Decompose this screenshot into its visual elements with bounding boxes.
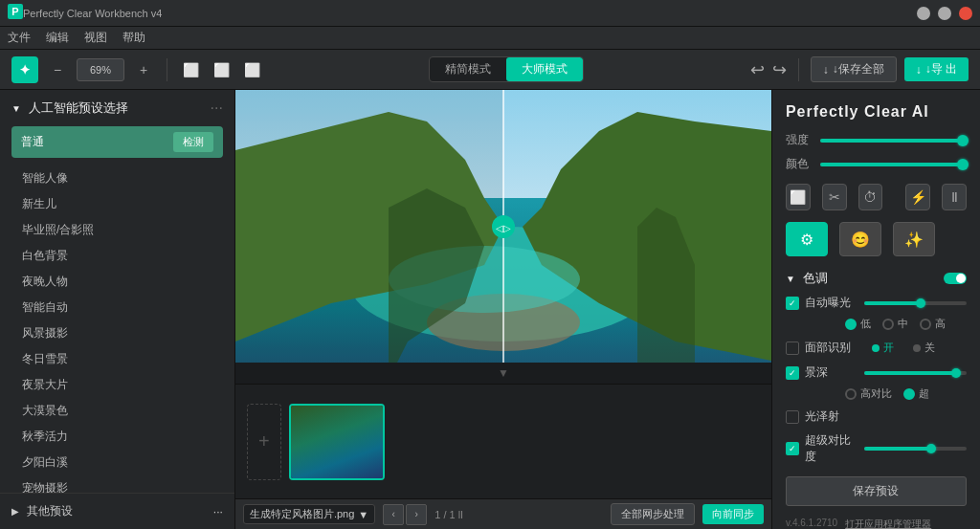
scene-checkbox[interactable]: ✓ — [786, 366, 799, 380]
face-detect-checkbox[interactable] — [786, 342, 799, 355]
radio-high-contrast[interactable]: 高对比 — [845, 386, 892, 401]
face-icon[interactable]: 😊 — [839, 222, 881, 256]
undo-button[interactable]: ↩ — [750, 59, 765, 80]
other-presets-chevron-icon: ▶ — [11, 506, 19, 517]
filmstrip-add-button[interactable]: + — [247, 404, 281, 480]
presets-more-icon[interactable]: ··· — [211, 99, 223, 117]
scene-label: 景深 — [805, 364, 858, 381]
page-current: 1 — [434, 509, 440, 520]
compare-button[interactable]: ⬜ — [210, 58, 233, 81]
contrast-thumb[interactable] — [926, 444, 936, 453]
contrast-checkbox[interactable]: ✓ — [786, 442, 799, 455]
simple-mode-button[interactable]: 精简模式 — [430, 57, 506, 81]
preset-item-11[interactable]: 夕阳白溪 — [0, 450, 234, 475]
separator-1 — [167, 58, 167, 81]
page-info: 1 / 1 ll — [434, 509, 462, 520]
maximize-button[interactable]: □ — [938, 7, 951, 20]
auto-exposure-checkbox[interactable]: ✓ — [786, 297, 799, 310]
filmstrip-thumb-0[interactable] — [289, 404, 385, 480]
batch-process-button[interactable]: 全部网步处理 — [611, 503, 695, 525]
color-thumb[interactable] — [957, 159, 969, 170]
filename-display: 生成特定风格图片.png ▼ — [243, 504, 375, 524]
strength-slider[interactable] — [820, 139, 967, 143]
light-ray-checkbox[interactable] — [786, 410, 799, 424]
preset-item-9[interactable]: 大漠景色 — [0, 398, 234, 424]
redo-button[interactable]: ↪ — [772, 59, 787, 80]
radio-super[interactable]: 超 — [903, 386, 929, 401]
radio-low-dot — [845, 319, 857, 330]
plus-icon: + — [258, 430, 270, 452]
detect-button[interactable]: 检测 — [173, 132, 213, 152]
file-type-chevron-icon[interactable]: ▼ — [358, 509, 368, 520]
other-presets-label: 其他预设 — [27, 503, 73, 519]
auto-exposure-slider[interactable] — [864, 301, 967, 305]
master-mode-button[interactable]: 大师模式 — [506, 57, 583, 81]
other-presets-more-icon[interactable]: ··· — [213, 505, 223, 518]
next-file-button[interactable]: › — [406, 504, 427, 525]
tool-icon-3[interactable]: ⏱ — [858, 184, 883, 210]
app-manager-link[interactable]: 打开应用程序管理器 — [845, 518, 931, 529]
page-separator: / — [443, 509, 446, 520]
menu-edit[interactable]: 编辑 — [46, 30, 69, 46]
auto-exposure-thumb[interactable] — [916, 298, 925, 308]
face-detect-row: 面部识别 开 关 — [772, 335, 980, 361]
left-sidebar: ▼ 人工智能预设选择 ··· 普通 检测 智能人像 新生儿 毕业照/合影照 白色… — [0, 90, 235, 529]
panel-title: Perfectly Clear AI — [772, 90, 980, 128]
close-button[interactable]: ✕ — [959, 7, 972, 20]
preset-item-7[interactable]: 冬日雪景 — [0, 346, 234, 372]
minimize-button[interactable]: ─ — [917, 7, 930, 20]
version-info: v.4.6.1.2710 打开应用程序管理器 — [772, 514, 980, 529]
preset-item-8[interactable]: 夜景大片 — [0, 372, 234, 398]
strength-thumb[interactable] — [957, 135, 969, 146]
zoom-in-button[interactable]: + — [132, 58, 155, 81]
tool-icon-4[interactable]: ⚡ — [905, 184, 930, 210]
menu-help[interactable]: 帮助 — [122, 30, 145, 46]
exposure-radio-row: 低 中 高 — [772, 315, 980, 335]
radio-mid[interactable]: 中 — [882, 317, 908, 331]
preset-item-2[interactable]: 毕业照/合影照 — [0, 217, 234, 243]
navigation-buttons: ‹ › — [383, 504, 427, 525]
adjustments-icon[interactable]: ⚙ — [786, 222, 828, 256]
tool-icon-5[interactable]: Ⅱ — [942, 184, 967, 210]
menu-file[interactable]: 文件 — [8, 30, 31, 46]
face-off-label: 关 — [924, 341, 935, 355]
preset-item-10[interactable]: 秋季活力 — [0, 424, 234, 450]
titlebar: P Perfectly Clear Workbench v4 ─ □ ✕ — [0, 0, 980, 27]
color-slider[interactable] — [820, 163, 967, 166]
export-button[interactable]: ↓ ↓导 出 — [904, 57, 969, 81]
color-section-toggle[interactable] — [944, 273, 967, 284]
preset-item-0[interactable]: 智能人像 — [0, 165, 234, 191]
sync-button[interactable]: 向前同步 — [702, 504, 764, 524]
radio-low-label: 低 — [860, 317, 871, 331]
radio-high[interactable]: 高 — [920, 317, 946, 331]
face-off-toggle[interactable]: 关 — [905, 339, 943, 357]
color-label: 颜色 — [786, 156, 820, 172]
scene-slider[interactable] — [864, 371, 967, 375]
crop-tool-button[interactable]: ⬜ — [179, 58, 202, 81]
save-all-button[interactable]: ↓ ↓保存全部 — [811, 56, 897, 82]
face-on-toggle[interactable]: 开 — [864, 339, 902, 357]
zoom-out-button[interactable]: − — [46, 58, 69, 81]
menu-view[interactable]: 视图 — [84, 30, 107, 46]
tool-icon-2[interactable]: ✂ — [822, 184, 847, 210]
contrast-slider[interactable] — [864, 447, 967, 451]
effects-icon[interactable]: ✨ — [893, 222, 935, 256]
save-all-icon: ↓ — [823, 63, 829, 77]
prev-file-button[interactable]: ‹ — [383, 504, 404, 525]
export-icon: ↓ — [916, 63, 922, 77]
mode-toggle: 精简模式 大师模式 — [429, 56, 584, 82]
save-preset-button[interactable]: 保存预设 — [786, 476, 967, 506]
other-presets[interactable]: ▶ 其他预设 ··· — [0, 493, 234, 529]
preset-item-12[interactable]: 宠物摄影 — [0, 475, 234, 493]
strength-row: 强度 — [772, 128, 980, 152]
preset-item-1[interactable]: 新生儿 — [0, 191, 234, 217]
split-button[interactable]: ⬜ — [240, 58, 263, 81]
preset-item-5[interactable]: 智能自动 — [0, 295, 234, 320]
scene-thumb[interactable] — [951, 368, 961, 378]
svg-text:◁▷: ◁▷ — [496, 223, 511, 233]
tool-icon-1[interactable]: ⬜ — [786, 184, 811, 210]
preset-item-6[interactable]: 风景摄影 — [0, 320, 234, 346]
radio-low[interactable]: 低 — [845, 317, 871, 331]
preset-item-4[interactable]: 夜晚人物 — [0, 269, 234, 295]
preset-item-3[interactable]: 白色背景 — [0, 243, 234, 269]
